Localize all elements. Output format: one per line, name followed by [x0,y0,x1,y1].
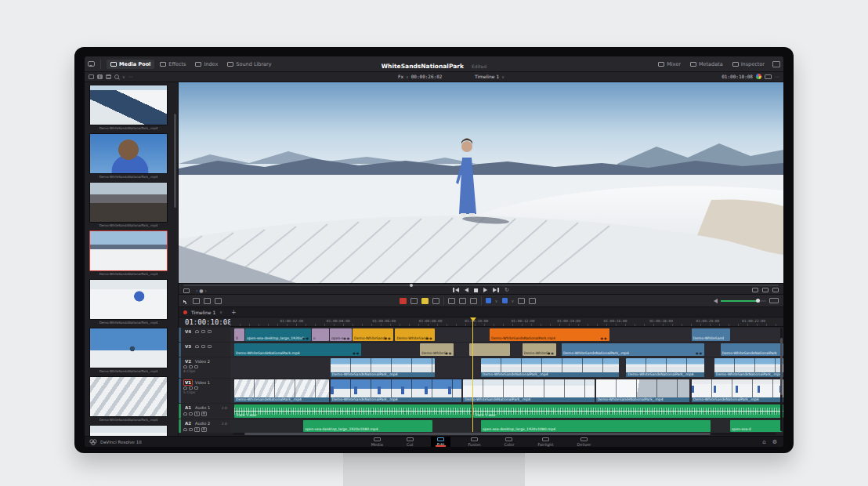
track-badge-a1[interactable]: A1 [183,404,193,411]
feedback-chat-icon[interactable] [88,61,95,67]
timeline-clip[interactable]: Demo-WhiteSandsNationalPark_.mp4 [234,379,329,402]
media-pool-clip-1[interactable]: Demo-WhiteSandsNationalPark_.mp4 [89,85,171,130]
snapping-icon[interactable] [421,298,429,304]
timeline-clip[interactable]: Demo-WhiteSandsNationalPark.mp4●● [490,328,609,341]
track-badge-v4[interactable]: V4 [183,328,193,335]
page-tab-color[interactable]: Color [497,437,520,447]
track-header-v4[interactable]: V4 [179,328,230,342]
viewer-scrub-bar[interactable] [183,285,779,286]
timeline-clip[interactable]: Demo-WhiteSandsN●● [395,328,434,341]
track-lane-v1[interactable]: Demo-WhiteSandsNationalPark_.mp4Demo-Whi… [230,379,783,403]
viewer-options-icon[interactable]: ⋯ [775,74,780,79]
track-badge-a2[interactable]: A2 [183,420,193,426]
timeline-clip[interactable]: open-sea-desktop_large_1920x1080.mp4●● [245,328,311,341]
auto-select-icon[interactable] [189,365,193,368]
play-reverse-button[interactable] [465,288,468,292]
page-tab-deliver[interactable]: Deliver [571,437,598,447]
panel-tab-mixer[interactable]: Mixer [654,60,685,69]
track-badge-v1[interactable]: V1 [183,379,193,386]
timeline-vertical-scrollbar[interactable] [780,328,783,431]
media-pool-clip-7[interactable]: Demo-WhiteSandsNationalPark_.mp4 [89,376,171,422]
track-header-v2[interactable]: V2Video 24 Clips [179,357,230,378]
track-lane-v3[interactable]: Demo-WhiteSandsNationalPark.mp4●●Demo-Wh… [230,343,783,357]
timeline-clip[interactable]: o [312,328,330,341]
media-thumbnail-ripples[interactable] [89,376,168,417]
insert-clip-icon[interactable] [486,298,491,303]
timeline-tab[interactable]: Timeline 1 [191,310,215,315]
volume-slider[interactable] [721,300,766,302]
timeline-clip[interactable]: open-s●● [330,328,352,341]
timeline-clip[interactable]: open-sea-desktop_large_1920x1080.mp4 [303,420,432,432]
timeline-clip[interactable]: open-sea-d [730,420,782,432]
track-lane-a2[interactable]: open-sea-desktop_large_1920x1080.mp4open… [230,419,783,433]
timeline-clip[interactable]: Demo-WhiteSandsNationalP [692,328,730,341]
workspace-layout-icon[interactable] [772,61,780,67]
mixer-toggle-icon[interactable] [769,298,779,303]
auto-select-icon[interactable] [189,428,193,431]
viewer-scrub-handle[interactable] [410,284,413,287]
track-lane-v4[interactable]: Demoopen-sea-desktop_large_1920x1080.mp4… [230,328,783,342]
auto-select-icon[interactable] [201,345,205,348]
page-tab-edit[interactable]: Edit [431,437,451,447]
timeline-clip[interactable]: Track 1.wav [473,404,783,418]
color-wheel-icon[interactable] [756,74,761,79]
auto-select-icon[interactable] [189,386,193,390]
track-enable-icon[interactable] [208,345,212,348]
track-lane-a1[interactable]: Track 1.wavTrack 1.wav [230,404,783,419]
panel-tab-index[interactable]: Index [191,60,222,69]
timeline-playhead[interactable] [472,317,473,432]
position-lock-icon[interactable] [470,298,477,304]
page-tab-fairlight[interactable]: Fairlight [531,437,559,447]
chevron-down-icon[interactable]: ∨ [219,310,222,314]
media-pool-clip-3[interactable]: Demo-WhiteSandsNationalPark_.mp4 [89,182,171,227]
media-pool-clip-6[interactable]: Demo-WhiteSandsNationalPark_.mp4 [89,328,171,373]
add-timeline-button[interactable]: + [231,309,237,316]
bin-view-icon[interactable] [89,74,94,79]
page-tab-cut[interactable]: Cut [400,437,420,447]
track-lock-icon[interactable] [183,386,187,390]
dynamic-trim-icon[interactable] [204,298,211,304]
panel-tab-media-pool[interactable]: Media Pool [107,60,154,69]
chevron-down-icon[interactable]: ∨ [122,74,125,79]
timeline-clip[interactable]: Demo-WhiteSandsNationalPark_.mp4 [596,379,689,402]
play-button[interactable] [483,288,487,292]
track-lock-icon[interactable] [195,330,199,333]
flag-icon[interactable] [432,298,439,304]
timeline-clip[interactable]: Demo-WhiteSan●● [420,343,454,356]
timeline-horizontal-scrollbar[interactable] [233,433,776,435]
media-thumbnail-dune-curve[interactable] [89,85,168,125]
vertical-scroll-thumb[interactable] [780,338,783,395]
solo-button[interactable]: S [194,412,200,416]
overwrite-clip-icon[interactable] [502,298,508,303]
selection-tool-icon[interactable] [183,297,189,304]
timeline-clip[interactable]: Demo-WhiteSandsN●● [353,328,393,341]
loop-button[interactable]: ↻ [505,288,509,292]
volume-slider-handle[interactable] [756,299,760,303]
media-thumbnail-mountains[interactable] [89,230,168,271]
timeline-ruler[interactable]: 01:00:02:0001:00:04:0001:00:06:0001:00:0… [230,317,783,327]
timeline-clip[interactable]: Demo-WhiteSandsNationalPark_.mp4 [331,379,461,402]
media-pool-clip-2[interactable]: Demo-WhiteSandsNationalPark_.mp4 [89,133,171,179]
media-thumbnail-dusk[interactable] [89,182,168,223]
media-thumbnail-walker[interactable] [89,279,168,320]
track-header-a1[interactable]: A1Audio 12.0SM [179,404,230,419]
timeline-clip[interactable]: Demo-WhiteSandsNationalPark_.mp4 [626,358,704,377]
page-tab-media[interactable]: Media [365,437,389,447]
marker-icon[interactable] [518,298,525,304]
speaker-icon[interactable] [714,299,718,303]
media-pool-clip-5[interactable]: Demo-WhiteSandsNationalPark_.mp4 [89,279,171,325]
track-enable-icon[interactable] [194,386,198,390]
panel-tab-effects[interactable]: Effects [156,60,190,69]
track-lane-v2[interactable]: Demo-WhiteSandsNationalPark_.mp4Demo-Whi… [230,357,783,378]
timeline-clip[interactable]: Demo-WhiteSandsNationalPark_.mp4 [481,358,619,377]
timeline-clip[interactable]: Demo-WhiteSandsNationalPark_.mp4 [463,379,594,402]
settings-gear-icon[interactable]: ⚙ [772,439,777,445]
jog-wheel-icon[interactable]: ‹ ● › [196,288,207,293]
timeline-selector[interactable]: Timeline 1 ∨ [475,74,505,79]
timeline-clip[interactable]: Demo-WhiteSa●● [523,343,556,356]
link-clips-icon[interactable] [459,298,466,304]
auto-select-icon[interactable] [189,412,193,415]
panel-tab-metadata[interactable]: Metadata [686,60,727,69]
track-lock-icon[interactable] [183,412,187,415]
dual-viewer-icon[interactable] [765,74,772,79]
